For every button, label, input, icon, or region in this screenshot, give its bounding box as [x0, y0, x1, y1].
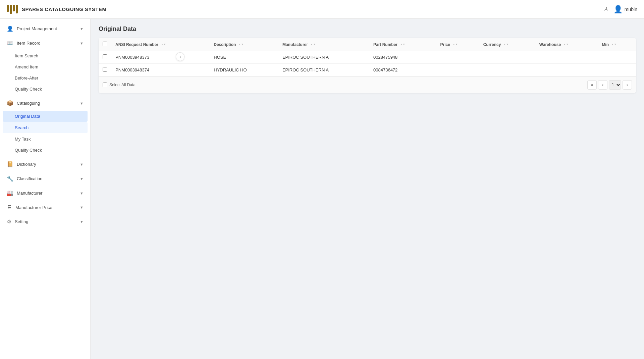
chevron-project-management: ▼: [80, 27, 84, 31]
logo-icon: [7, 5, 18, 14]
chevron-manufacturer: ▼: [80, 191, 84, 195]
row-manufacturer-0: EPIROC SOUTHERN A: [278, 51, 369, 64]
pagination: « ‹ 1 ›: [587, 80, 632, 90]
row-part-number-1: 0084736472: [369, 64, 436, 76]
sidebar-label-dictionary: Dictionary: [17, 162, 36, 167]
th-currency-label: Currency: [483, 42, 501, 47]
original-data-label: Original Data: [15, 114, 40, 119]
th-ansi[interactable]: ANSI Request Number ▲▼: [111, 38, 210, 51]
sort-currency-icon[interactable]: ▲▼: [503, 43, 509, 46]
logo-bar-1: [7, 5, 9, 12]
header-right: 𝐴 👤 mubin: [604, 5, 637, 14]
sidebar-item-project-management[interactable]: 👤 Project Management ▼: [0, 22, 90, 35]
manufacturer-price-icon: 🖥: [7, 204, 12, 210]
cataloguing-children: Original Data Search My Task Quality Che…: [0, 110, 90, 156]
sidebar-collapse-button[interactable]: ‹: [176, 52, 184, 61]
sidebar-item-classification[interactable]: 🔧 Classification ▼: [0, 172, 90, 185]
row-manufacturer-1: EPIROC SOUTHERN A: [278, 64, 369, 76]
th-min[interactable]: Min ▲▼: [598, 38, 636, 51]
sidebar-label-manufacturer-price: Manufacturer Price: [15, 205, 52, 210]
row-checkbox-1[interactable]: [103, 67, 107, 72]
sort-price-icon[interactable]: ▲▼: [452, 43, 458, 46]
nav-section-cataloguing: 📦 Cataloguing ▼ Original Data Search My …: [0, 96, 90, 157]
classification-icon: 🔧: [7, 175, 13, 182]
sidebar-item-item-record[interactable]: 📖 Item Record ▼: [0, 37, 90, 50]
sidebar-item-manufacturer-price[interactable]: 🖥 Manufacturer Price ▼: [0, 201, 90, 214]
pagination-prev-button[interactable]: ‹: [598, 80, 607, 90]
row-currency-0: [479, 51, 535, 64]
top-header: SPARES CATALOGUING SYSTEM 𝐴 👤 mubin: [0, 0, 644, 19]
sidebar-item-amend-item[interactable]: Amend Item: [0, 61, 90, 72]
sidebar-item-item-search[interactable]: Item Search: [0, 50, 90, 61]
dictionary-icon: 📔: [7, 161, 13, 167]
sort-ansi-icon[interactable]: ▲▼: [161, 43, 166, 46]
sort-min-icon[interactable]: ▲▼: [611, 43, 616, 46]
quality-check-ir-label: Quality Check: [15, 87, 42, 92]
translate-icon[interactable]: 𝐴: [604, 6, 608, 13]
sort-description-icon[interactable]: ▲▼: [238, 43, 244, 46]
sidebar-label-cataloguing: Cataloguing: [17, 101, 40, 106]
nav-section-manufacturer-price: 🖥 Manufacturer Price ▼: [0, 200, 90, 214]
th-checkbox: [99, 38, 111, 51]
setting-icon: ⚙: [7, 218, 11, 225]
sidebar-label-setting: Setting: [15, 219, 28, 224]
sidebar-item-quality-check-cat[interactable]: Quality Check: [0, 145, 90, 156]
sidebar-label-item-record: Item Record: [17, 41, 41, 46]
chevron-setting: ▼: [80, 220, 84, 224]
search-label: Search: [15, 125, 29, 130]
select-all-data-checkbox[interactable]: [103, 83, 107, 87]
row-warehouse-0: [535, 51, 598, 64]
manufacturer-icon: 🏭: [7, 190, 13, 196]
sidebar-item-setting[interactable]: ⚙ Setting ▼: [0, 215, 90, 228]
sidebar-item-cataloguing[interactable]: 📦 Cataloguing ▼: [0, 97, 90, 110]
sidebar-item-my-task[interactable]: My Task: [0, 134, 90, 145]
sidebar-item-before-after[interactable]: Before-After: [0, 72, 90, 84]
user-info[interactable]: 👤 mubin: [613, 5, 637, 14]
th-warehouse[interactable]: Warehouse ▲▼: [535, 38, 598, 51]
sidebar-item-dictionary[interactable]: 📔 Dictionary ▼: [0, 158, 90, 171]
main-content: ‹ Original Data ANSI Request Number ▲▼ D: [91, 19, 644, 359]
sort-manufacturer-icon[interactable]: ▲▼: [310, 43, 316, 46]
row-warehouse-1: [535, 64, 598, 76]
nav-section-classification: 🔧 Classification ▼: [0, 171, 90, 186]
chevron-classification: ▼: [80, 177, 84, 181]
logo-bar-3: [13, 5, 15, 11]
th-currency[interactable]: Currency ▲▼: [479, 38, 535, 51]
nav-section-item-record: 📖 Item Record ▼ Item Search Amend Item B…: [0, 36, 90, 96]
item-record-icon: 📖: [7, 40, 13, 46]
logo-bar-4: [16, 5, 18, 13]
th-part-number-label: Part Number: [373, 42, 397, 47]
th-ansi-label: ANSI Request Number: [115, 42, 158, 47]
pagination-page-select[interactable]: 1: [609, 80, 621, 90]
row-ansi-0: PNM0003948373: [111, 51, 210, 64]
nav-section-setting: ⚙ Setting ▼: [0, 214, 90, 229]
pagination-first-button[interactable]: «: [587, 80, 597, 90]
row-min-1: [598, 64, 636, 76]
th-manufacturer[interactable]: Manufacturer ▲▼: [278, 38, 369, 51]
sidebar-item-original-data[interactable]: Original Data: [3, 111, 88, 122]
th-description-label: Description: [214, 42, 236, 47]
sidebar-item-manufacturer[interactable]: 🏭 Manufacturer ▼: [0, 187, 90, 200]
chevron-dictionary: ▼: [80, 162, 84, 166]
th-part-number[interactable]: Part Number ▲▼: [369, 38, 436, 51]
nav-section-dictionary: 📔 Dictionary ▼: [0, 157, 90, 171]
item-record-children: Item Search Amend Item Before-After Qual…: [0, 50, 90, 95]
row-description-1: HYDRAULIC HO: [210, 64, 278, 76]
table-footer: Select All Data « ‹ 1 ›: [99, 76, 636, 93]
select-all-label[interactable]: Select All Data: [103, 83, 136, 87]
select-all-checkbox[interactable]: [103, 42, 107, 46]
th-price-label: Price: [440, 42, 450, 47]
sidebar-item-quality-check-ir[interactable]: Quality Check: [0, 84, 90, 95]
nav-section-manufacturer: 🏭 Manufacturer ▼: [0, 186, 90, 200]
sort-warehouse-icon[interactable]: ▲▼: [563, 43, 569, 46]
pagination-next-button[interactable]: ›: [623, 80, 632, 90]
sidebar-item-search[interactable]: Search: [3, 122, 88, 133]
sidebar-label-classification: Classification: [17, 176, 43, 181]
th-price[interactable]: Price ▲▼: [436, 38, 479, 51]
row-checkbox-0[interactable]: [103, 54, 107, 59]
sort-part-number-icon[interactable]: ▲▼: [400, 43, 405, 46]
page-title: Original Data: [99, 25, 636, 33]
th-description[interactable]: Description ▲▼: [210, 38, 278, 51]
item-search-label: Item Search: [15, 53, 38, 58]
header-left: SPARES CATALOGUING SYSTEM: [7, 5, 107, 14]
